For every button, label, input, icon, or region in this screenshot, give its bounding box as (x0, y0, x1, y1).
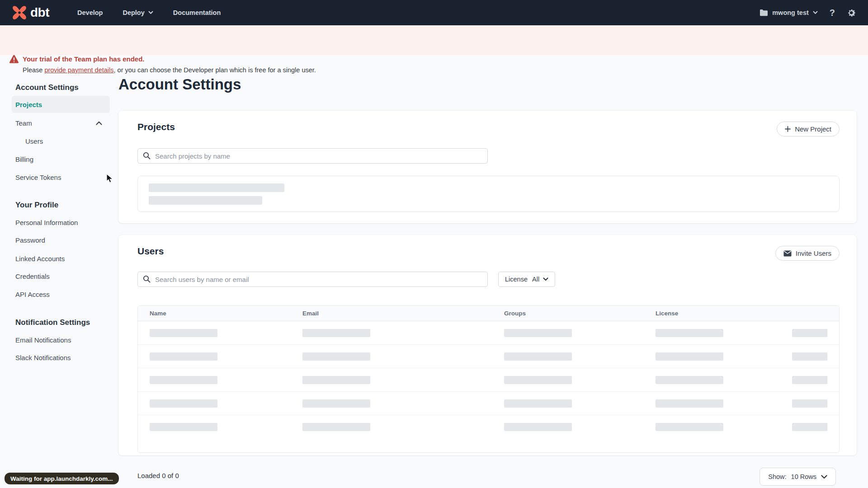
chevron-down-icon (543, 277, 548, 281)
sidebar-item-projects[interactable]: Projects (12, 96, 110, 113)
page-title: Account Settings (118, 76, 241, 93)
skeleton-bar (504, 329, 572, 337)
sidebar-item-users[interactable]: Users (25, 137, 43, 145)
skeleton-bar (150, 329, 217, 337)
top-nav: dbt Develop Deploy Documentation mwong t… (0, 0, 868, 25)
skeleton-bar (792, 329, 827, 337)
projects-search-input[interactable] (137, 148, 488, 164)
sidebar-item-password[interactable]: Password (15, 236, 45, 244)
table-row (138, 392, 839, 415)
skeleton-bar (302, 399, 370, 408)
sidebar-item-email-notifications[interactable]: Email Notifications (15, 336, 71, 344)
skeleton-bar (302, 352, 370, 361)
sidebar-heading-notification-settings: Notification Settings (15, 318, 90, 327)
skeleton-bar (504, 399, 572, 408)
projects-card-title: Projects (137, 122, 175, 132)
skeleton-bar (656, 329, 723, 337)
chevron-down-icon (821, 475, 827, 479)
skeleton-bar (149, 196, 262, 205)
sidebar-heading-your-profile: Your Profile (15, 201, 58, 210)
users-search (137, 272, 488, 287)
table-row (138, 345, 839, 368)
skeleton-bar (656, 423, 723, 431)
rows-per-page-value: 10 Rows (791, 473, 816, 480)
skeleton-bar (504, 352, 572, 361)
rows-per-page-dropdown[interactable]: Show: 10 Rows (760, 468, 836, 486)
sidebar-item-linked-accounts[interactable]: Linked Accounts (15, 255, 65, 263)
envelope-icon (783, 250, 792, 257)
help-icon[interactable]: ? (830, 8, 835, 18)
skeleton-bar (150, 399, 217, 408)
skeleton-bar (656, 352, 723, 361)
users-card-title: Users (137, 246, 164, 257)
folder-icon (760, 9, 768, 16)
skeleton-bar (792, 376, 827, 384)
account-switcher[interactable]: mwong test (760, 9, 818, 16)
column-header-groups: Groups (492, 310, 644, 317)
column-header-license: License (644, 310, 780, 317)
skeleton-bar (792, 352, 827, 361)
new-project-button[interactable]: New Project (777, 122, 840, 136)
users-card: Users Invite Users License All Name Emai… (118, 235, 857, 455)
sidebar-item-api-access[interactable]: API Access (15, 291, 50, 298)
sidebar-item-personal-information[interactable]: Personal Information (15, 219, 78, 226)
skeleton-bar (150, 423, 217, 431)
nav-deploy[interactable]: Deploy (123, 9, 153, 16)
sidebar-heading-account-settings: Account Settings (15, 83, 79, 92)
nav-right-cluster: mwong test ? (760, 8, 856, 18)
invite-users-button[interactable]: Invite Users (775, 246, 840, 261)
settings-sidebar: Account Settings Projects Team Users Bil… (0, 55, 118, 488)
skeleton-bar (656, 376, 723, 384)
skeleton-bar (656, 399, 723, 408)
browser-status-bubble: Waiting for app.launchdarkly.com... (5, 473, 119, 484)
dbt-logo[interactable]: dbt (12, 5, 49, 20)
chevron-down-icon (148, 11, 153, 14)
sidebar-item-team[interactable]: Team (15, 119, 102, 127)
skeleton-bar (302, 423, 370, 431)
skeleton-bar (504, 376, 572, 384)
column-header-name: Name (138, 310, 291, 317)
gear-icon[interactable] (847, 8, 856, 18)
plus-icon (785, 126, 791, 132)
projects-card: Projects New Project (118, 111, 857, 223)
main-menu: Develop Deploy Documentation (77, 9, 221, 16)
skeleton-bar (150, 376, 217, 384)
license-filter-dropdown[interactable]: License All (498, 272, 555, 287)
account-name: mwong test (772, 9, 809, 16)
table-row (138, 368, 839, 392)
sidebar-item-slack-notifications[interactable]: Slack Notifications (15, 354, 71, 361)
chevron-down-icon (813, 11, 818, 14)
users-search-input[interactable] (137, 272, 488, 287)
project-list-loading-item (137, 176, 840, 212)
projects-search (137, 148, 488, 164)
users-table-header: Name Email Groups License (138, 306, 839, 321)
dbt-logo-icon (12, 5, 27, 20)
skeleton-bar (792, 399, 827, 408)
loaded-count-text: Loaded 0 of 0 (137, 472, 179, 479)
users-table: Name Email Groups License (137, 305, 840, 453)
skeleton-bar (504, 423, 572, 431)
trial-ended-banner: Your trial of the Team plan has ended. P… (0, 25, 868, 55)
skeleton-bar (302, 376, 370, 384)
sidebar-item-credentials[interactable]: Credentials (15, 272, 50, 280)
skeleton-bar (792, 423, 827, 431)
column-header-email: Email (291, 310, 492, 317)
nav-develop[interactable]: Develop (77, 9, 103, 16)
license-filter-value: All (532, 276, 539, 283)
table-row (138, 321, 839, 345)
dbt-logo-text: dbt (30, 5, 49, 20)
table-row (138, 415, 839, 439)
sidebar-item-billing[interactable]: Billing (15, 155, 33, 163)
chevron-up-icon (96, 121, 102, 125)
skeleton-bar (302, 329, 370, 337)
nav-documentation[interactable]: Documentation (173, 9, 221, 16)
sidebar-item-service-tokens[interactable]: Service Tokens (15, 174, 61, 181)
skeleton-bar (149, 183, 284, 192)
skeleton-bar (150, 352, 217, 361)
